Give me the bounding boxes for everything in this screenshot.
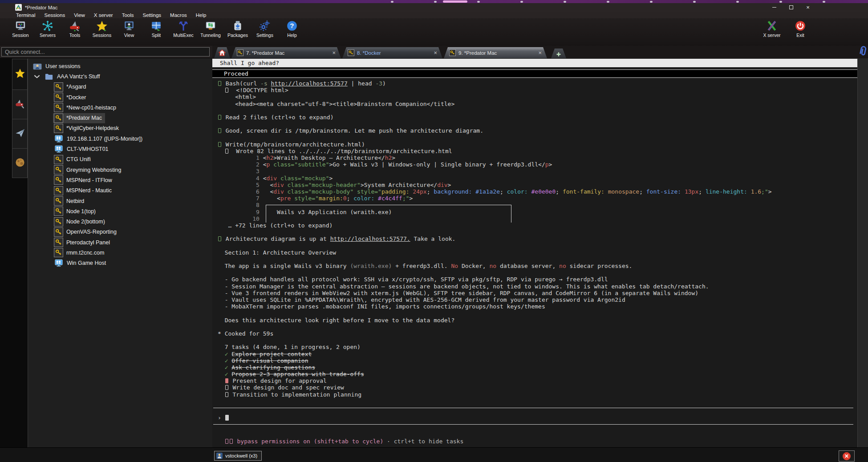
status-close-button[interactable]: ✕	[839, 450, 855, 462]
tab-label: 9. *Predator Mac	[458, 50, 497, 56]
maximize-button[interactable]	[788, 4, 794, 11]
tree-item-clt-vmhost01[interactable]: CLT-VMHOST01	[28, 144, 212, 154]
tree-item-192-168-1-107-ups-monitor-[interactable]: 192.168.1.107 ([UPS-Monitor])	[28, 134, 212, 144]
menu-item-x-server[interactable]: X server	[89, 12, 118, 18]
menu-item-macros[interactable]: Macros	[166, 12, 191, 18]
toolbar-button-exit[interactable]: Exit	[790, 20, 811, 38]
menu-item-tools[interactable]: Tools	[118, 12, 138, 18]
tab-9-predator-mac[interactable]: 9. *Predator Mac×	[444, 47, 547, 58]
tab-label: 8. *Docker	[357, 50, 381, 56]
terminal[interactable]: Shall I go ahead? Proceed Bash(curl -s h…	[212, 58, 857, 447]
tree-item-node-1-top-[interactable]: Node 1(top)	[28, 206, 212, 216]
tab-8-docker[interactable]: 8. *Docker×	[342, 47, 442, 58]
terminal-line: 3	[218, 168, 857, 174]
menu-item-settings[interactable]: Settings	[138, 12, 166, 18]
tab-close-icon[interactable]: ×	[427, 49, 437, 56]
chevron-down-icon[interactable]	[34, 75, 40, 78]
tree-item--new-cp01-heistacp[interactable]: *New-cp01-heistacp	[28, 102, 212, 113]
terminal-line: Write design doc and spec review	[218, 384, 857, 391]
tree-item-label: CTG Unifi	[66, 156, 91, 162]
tree-item-pterodactyl-panel[interactable]: Pterodactyl Panel	[28, 237, 212, 247]
tree-item-netbird[interactable]: Netbird	[28, 196, 212, 206]
sessions-star-icon	[96, 20, 108, 32]
key-icon	[54, 82, 63, 92]
tree-item-body: rmm.t2cnc.com	[53, 247, 107, 258]
tree-item-ctg-unifi[interactable]: CTG Unifi	[28, 154, 212, 165]
toolbar-button-sessions[interactable]: Sessions	[91, 20, 113, 38]
tree-item-win-game-host[interactable]: Win Game Host	[28, 258, 212, 268]
swiss-knife-icon	[15, 98, 25, 111]
tab-home[interactable]	[214, 47, 230, 58]
tree-item-user-sessions[interactable]: User sessions	[28, 61, 212, 71]
toolbar-button-multiexec[interactable]: MultiExec	[173, 20, 194, 38]
terminal-line: ✓ Offer visual companion	[218, 357, 857, 364]
paperclip-icon[interactable]	[857, 45, 868, 58]
user-sessions-folder-icon	[32, 61, 42, 71]
tab-close-icon[interactable]: ×	[326, 49, 336, 56]
toolbar-button-label: View	[124, 32, 134, 38]
rail-button-paper-plane[interactable]	[12, 119, 28, 149]
menu-item-help[interactable]: Help	[191, 12, 211, 18]
box-glyph	[225, 385, 228, 390]
tree-item-greyming-webhosting[interactable]: Greyming Webhosting	[28, 165, 212, 175]
toolbar-button-packages[interactable]: Packages	[227, 20, 248, 38]
terminal-line: <!DOCTYPE html>	[218, 87, 857, 93]
menu-item-terminal[interactable]: Terminal	[12, 12, 40, 18]
user-session-button[interactable]: vstockwell (x3)	[214, 451, 262, 461]
toolbar-button-tunneling[interactable]: Tunneling	[200, 20, 221, 38]
tree-item-label: *Docker	[66, 94, 86, 101]
toolbar-button-x-server[interactable]: X server	[761, 20, 783, 38]
tree-item--vigilcyber-helpdesk[interactable]: *VigilCyber-Helpdesk	[28, 123, 212, 134]
key-icon	[54, 217, 63, 227]
tree-item-body: User sessions	[32, 61, 84, 72]
help-icon: ?	[286, 20, 298, 32]
rail-button-star[interactable]	[12, 59, 28, 90]
tree-item-openvas-reporting[interactable]: OpenVAS-Reporting	[28, 227, 212, 237]
terminal-scrollbar[interactable]	[857, 58, 868, 447]
terminal-line	[218, 424, 857, 431]
new-tab-button[interactable]	[551, 49, 566, 58]
tree-item-label: User sessions	[45, 63, 81, 69]
tree-item--predator-mac[interactable]: *Predator Mac	[28, 113, 212, 123]
rail-button-swiss-knife[interactable]	[12, 90, 28, 119]
tree-item-body: *Asgard	[53, 82, 89, 92]
terminal-line: 2 <p class="subtitle">Go + Wails v3 | Wi…	[218, 161, 857, 168]
toolbar-button-label: X server	[763, 32, 780, 38]
toolbar-button-servers[interactable]: Servers	[37, 20, 58, 38]
minimize-button[interactable]	[771, 4, 777, 11]
close-button[interactable]: ×	[805, 4, 811, 11]
box-glyph	[218, 115, 221, 120]
tree-item-mspnerd-itflow[interactable]: MSPNerd - ITFlow	[28, 175, 212, 185]
tree-item-aaa-vantz-s-stuff[interactable]: AAA Vantz's Stuff	[28, 71, 212, 81]
toolbar-button-session[interactable]: Session	[10, 20, 31, 38]
status-bar: vstockwell (x3) ✕	[0, 447, 868, 462]
toolbar-button-settings[interactable]: Settings	[254, 20, 276, 38]
key-icon	[54, 186, 63, 195]
box-glyph	[218, 236, 221, 241]
rail-button-globe[interactable]	[12, 149, 28, 178]
terminal-line: 6 <div class="mockup-body" style="paddin…	[218, 188, 857, 195]
tree-item-rmm-t2cnc-com[interactable]: rmm.t2cnc.com	[28, 247, 212, 258]
toolbar-button-split[interactable]: Split	[146, 20, 167, 38]
proceed-option[interactable]: Proceed	[212, 69, 857, 78]
menu-item-view[interactable]: View	[69, 12, 89, 18]
tab-close-icon[interactable]: ×	[532, 49, 542, 56]
tree-item-mspnerd-mautic[interactable]: MSPNerd - Mautic	[28, 186, 212, 196]
tab-7-predator-mac[interactable]: 7. *Predator Mac×	[231, 47, 341, 58]
toolbar-button-tools[interactable]: Tools	[64, 20, 85, 38]
tree-item-label: *Asgard	[66, 84, 86, 90]
terminal-line: 8	[218, 202, 857, 208]
toolbar-button-view[interactable]: View	[118, 20, 140, 38]
menu-item-sessions[interactable]: Sessions	[40, 12, 69, 18]
tree-item-body: CTG Unifi	[53, 154, 94, 165]
quick-connect-input[interactable]	[1, 47, 210, 57]
tree-item--docker[interactable]: *Docker	[28, 92, 212, 102]
terminal-line	[218, 269, 857, 276]
toolbar-button-help[interactable]: ?Help	[281, 20, 303, 38]
terminal-line: - Session Manager is the central abstrac…	[218, 283, 857, 290]
toolbar-button-label: Servers	[40, 32, 56, 38]
tree-item--asgard[interactable]: *Asgard	[28, 82, 212, 92]
terminal-line: - Vault uses SQLite in %APPDATA%\Wraith\…	[218, 296, 857, 303]
tree-item-node-2-bottom-[interactable]: Node 2(bottom)	[28, 216, 212, 227]
tree-item-body: *New-cp01-heistacp	[53, 102, 119, 113]
